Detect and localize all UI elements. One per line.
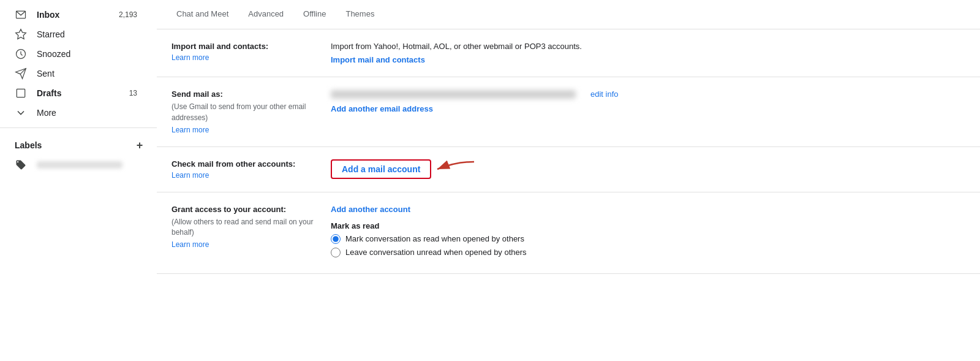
grant-access-content: Add another account Mark as read Mark co…: [331, 205, 965, 261]
labels-title: Labels: [15, 140, 42, 150]
radio-leave-unread-label: Leave conversation unread when opened by…: [345, 248, 527, 257]
check-mail-learn-more[interactable]: Learn more: [172, 171, 316, 180]
import-mail-label: Import mail and contacts: Learn more: [172, 42, 331, 62]
clock-icon: [15, 48, 27, 60]
sidebar-item-snoozed-label: Snoozed: [37, 49, 137, 59]
edit-info-link[interactable]: edit info: [590, 89, 619, 99]
send-mail-as-section: Send mail as: (Use Gmail to send from yo…: [157, 77, 980, 147]
send-mail-as-content: edit info Add another email address: [331, 89, 965, 113]
main-content: Chat and Meet Advanced Offline Themes Im…: [157, 0, 980, 361]
radio-mark-read[interactable]: [331, 234, 341, 244]
mark-as-read-label: Mark as read: [331, 221, 965, 230]
send-mail-row: edit info: [331, 89, 965, 99]
sidebar-item-drafts-count: 13: [129, 89, 137, 97]
sidebar-item-starred-label: Starred: [37, 29, 137, 39]
sidebar-item-inbox-label: Inbox: [37, 10, 119, 20]
red-arrow-indicator: [425, 157, 480, 181]
grant-access-sub: (Allow others to read and send mail on y…: [172, 218, 313, 237]
import-mail-action[interactable]: Import mail and contacts: [331, 55, 425, 64]
tab-advanced[interactable]: Advanced: [238, 0, 293, 29]
sidebar-item-sent[interactable]: Sent: [0, 64, 147, 83]
add-label-button[interactable]: +: [132, 138, 147, 153]
tabs-bar: Chat and Meet Advanced Offline Themes: [157, 0, 980, 29]
sidebar-item-more[interactable]: More: [0, 103, 147, 123]
send-mail-as-sub: (Use Gmail to send from your other email…: [172, 102, 306, 122]
drafts-icon: [15, 87, 27, 99]
send-icon: [15, 67, 27, 80]
radio-leave-unread[interactable]: [331, 248, 341, 257]
check-mail-content: Add a mail account: [331, 159, 965, 179]
send-mail-as-title: Send mail as:: [172, 89, 316, 99]
radio-mark-read-label: Mark conversation as read when opened by…: [345, 234, 524, 243]
import-mail-description: Import from Yahoo!, Hotmail, AOL, or oth…: [331, 42, 965, 51]
label-item[interactable]: [0, 155, 147, 175]
send-mail-as-label: Send mail as: (Use Gmail to send from yo…: [172, 89, 331, 134]
mark-as-read-section: Mark as read Mark conversation as read w…: [331, 221, 965, 257]
sidebar-item-snoozed[interactable]: Snoozed: [0, 44, 147, 64]
settings-content: Import mail and contacts: Learn more Imp…: [157, 29, 980, 361]
radio-option-leave-unread[interactable]: Leave conversation unread when opened by…: [331, 248, 965, 257]
sidebar-item-starred[interactable]: Starred: [0, 25, 147, 44]
sidebar-item-inbox-count: 2,193: [119, 10, 137, 19]
email-address-blurred: [331, 90, 576, 99]
tab-chat-meet[interactable]: Chat and Meet: [167, 0, 238, 29]
import-mail-content: Import from Yahoo!, Hotmail, AOL, or oth…: [331, 42, 965, 64]
sidebar-item-sent-label: Sent: [37, 69, 137, 78]
labels-header: Labels +: [0, 133, 157, 155]
check-mail-title: Check mail from other accounts:: [172, 159, 316, 169]
radio-option-mark-read[interactable]: Mark conversation as read when opened by…: [331, 234, 965, 244]
inbox-icon: [15, 9, 27, 21]
svg-marker-1: [16, 29, 26, 39]
check-mail-section: Check mail from other accounts: Learn mo…: [157, 147, 980, 192]
tab-themes[interactable]: Themes: [336, 0, 384, 29]
import-mail-section: Import mail and contacts: Learn more Imp…: [157, 29, 980, 77]
add-mail-button-wrapper: Add a mail account: [331, 159, 431, 179]
import-mail-learn-more[interactable]: Learn more: [172, 53, 316, 62]
send-mail-as-learn-more[interactable]: Learn more: [172, 126, 316, 134]
check-mail-label: Check mail from other accounts: Learn mo…: [172, 159, 331, 180]
svg-rect-4: [17, 89, 24, 97]
label-name-blurred: [37, 161, 123, 169]
sidebar-item-drafts[interactable]: Drafts 13: [0, 83, 147, 103]
sidebar-divider: [0, 127, 157, 128]
chevron-down-icon: [15, 107, 27, 119]
star-icon: [15, 28, 27, 40]
grant-access-learn-more[interactable]: Learn more: [172, 240, 316, 249]
import-mail-title: Import mail and contacts:: [172, 42, 316, 51]
add-mail-account-button[interactable]: Add a mail account: [331, 159, 431, 179]
sidebar-item-inbox[interactable]: Inbox 2,193: [0, 5, 147, 25]
tab-offline[interactable]: Offline: [293, 0, 336, 29]
grant-access-title: Grant access to your account:: [172, 205, 316, 214]
add-mail-container: Add a mail account: [331, 159, 965, 179]
grant-access-section: Grant access to your account: (Allow oth…: [157, 192, 980, 274]
add-email-address-link[interactable]: Add another email address: [331, 104, 433, 113]
sidebar-item-more-label: More: [37, 108, 137, 118]
grant-access-label: Grant access to your account: (Allow oth…: [172, 205, 331, 249]
sidebar: Inbox 2,193 Starred Snoozed Sent Drafts …: [0, 0, 157, 361]
add-another-account-link[interactable]: Add another account: [331, 205, 965, 214]
sidebar-item-drafts-label: Drafts: [37, 88, 129, 98]
tag-icon: [15, 159, 27, 171]
